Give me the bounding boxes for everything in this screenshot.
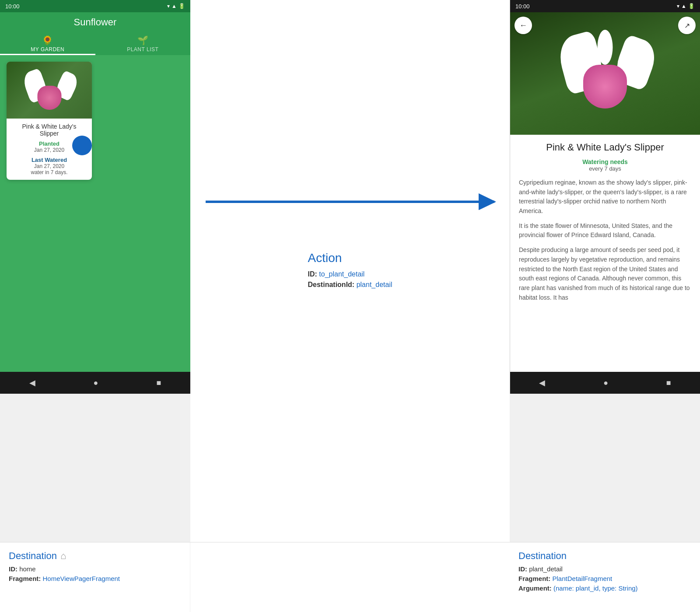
tab-my-garden[interactable]: 🌻 MY GARDEN <box>0 31 95 55</box>
dest-left-id-label: ID: <box>9 565 18 573</box>
detail-plant-name: Pink & White Lady's Slipper <box>519 142 691 153</box>
action-dest-value: plant_detail <box>357 281 392 288</box>
plant-card[interactable]: Pink & White Lady's Slipper Planted Jan … <box>7 62 92 180</box>
dest-left-id-value: home <box>19 565 36 573</box>
flower-illustration-small <box>7 62 92 119</box>
bottom-section: Destination ⌂ ID: home Fragment: HomeVie… <box>0 542 700 612</box>
last-watered-date: Jan 27, 2020 <box>12 163 87 169</box>
flower-shape-large <box>570 34 640 113</box>
water-next: water in 7 days. <box>12 169 87 175</box>
dest-right-id-value: plant_detail <box>529 565 563 573</box>
share-button-right[interactable]: ↗ <box>678 17 696 34</box>
back-button-right[interactable]: ← <box>514 17 532 34</box>
dest-right-argument-value: (name: plant_id, type: String) <box>553 584 638 592</box>
my-garden-label: MY GARDEN <box>31 46 64 52</box>
home-button-nav-right[interactable]: ● <box>596 375 615 391</box>
plant-detail-content: Pink & White Lady's Slipper Watering nee… <box>510 135 700 372</box>
plant-detail-header: ← ↗ <box>510 12 700 135</box>
destination-left: Destination ⌂ ID: home Fragment: HomeVie… <box>0 542 190 612</box>
destination-right: Destination ID: plant_detail Fragment: P… <box>510 542 700 612</box>
dest-left-id-line: ID: home <box>9 565 181 573</box>
dest-middle-spacer <box>190 542 510 612</box>
card-plant-name: Pink & White Lady's Slipper <box>12 123 87 137</box>
wifi-icon-right: ▾ <box>677 3 679 9</box>
action-info-box: Action ID: to_plant_detail DestinationId… <box>308 251 392 291</box>
dest-right-fragment-value: PlantDetailFragment <box>553 575 612 582</box>
dest-right-fragment-label: Fragment: <box>518 575 550 582</box>
status-icons-right: ▾ ▲ 🔋 <box>677 3 695 9</box>
dest-left-fragment-label: Fragment: <box>9 575 41 582</box>
description-para-2: It is the state flower of Minnesota, Uni… <box>519 221 691 240</box>
back-button-nav-right[interactable]: ◀ <box>532 374 552 391</box>
time-left: 10:00 <box>5 3 20 10</box>
battery-icon-right: 🔋 <box>688 3 695 9</box>
tab-plant-list[interactable]: 🌱 PLANT LIST <box>95 31 191 55</box>
tabs-container: 🌻 MY GARDEN 🌱 PLANT LIST <box>0 31 190 55</box>
phone-left: 10:00 ▾ ▲ 🔋 Sunflower 🌻 MY GARDEN 🌱 PLAN… <box>0 0 190 394</box>
interaction-dot <box>72 136 92 155</box>
dest-right-id-line: ID: plant_detail <box>518 565 691 573</box>
watering-freq: every 7 days <box>519 165 691 172</box>
action-title: Action <box>308 251 392 265</box>
action-id-label: ID: <box>308 270 317 278</box>
dest-left-fragment-line: Fragment: HomeViewPagerFragment <box>9 575 181 582</box>
dest-right-id-label: ID: <box>518 565 527 573</box>
recents-button-nav-right[interactable]: ■ <box>659 375 678 391</box>
flower-shape-small <box>32 70 67 110</box>
dest-right-argument-line: Argument: (name: plant_id, type: String) <box>518 584 691 592</box>
recents-button-left[interactable]: ■ <box>150 375 168 391</box>
status-bar-left: 10:00 ▾ ▲ 🔋 <box>0 0 190 12</box>
dest-right-fragment-line: Fragment: PlantDetailFragment <box>518 575 691 582</box>
battery-icon: 🔋 <box>178 3 185 9</box>
pouch-large <box>583 65 627 108</box>
home-button-left[interactable]: ● <box>87 375 105 391</box>
action-dest-line: DestinationId: plant_detail <box>308 281 392 289</box>
nav-bar-right: ◀ ● ■ <box>510 372 700 394</box>
plant-list-label: PLANT LIST <box>127 46 158 52</box>
plant-list-icon: 🌱 <box>137 35 149 45</box>
description-para-3: Despite producing a large amount of seed… <box>519 245 691 302</box>
time-right: 10:00 <box>515 3 530 10</box>
app-header: Sunflower 🌻 MY GARDEN 🌱 PLANT LIST <box>0 12 190 55</box>
plant-card-image <box>7 62 92 119</box>
plant-description: Cypripedium reginae, known as the showy … <box>519 178 691 302</box>
nav-bar-left: ◀ ● ■ <box>0 372 190 394</box>
destination-left-title: Destination ⌂ <box>9 550 181 562</box>
last-watered-label: Last Watered <box>12 157 87 163</box>
destination-right-title: Destination <box>518 550 691 562</box>
app-title: Sunflower <box>0 17 190 31</box>
signal-icon-right: ▲ <box>681 3 686 9</box>
dest-right-argument-label: Argument: <box>518 584 552 592</box>
action-dest-label: DestinationId: <box>308 281 355 288</box>
action-area: Action ID: to_plant_detail DestinationId… <box>190 0 510 542</box>
status-icons-left: ▾ ▲ 🔋 <box>167 3 185 9</box>
action-id-line: ID: to_plant_detail <box>308 270 392 278</box>
signal-icon: ▲ <box>172 3 177 9</box>
description-para-1: Cypripedium reginae, known as the showy … <box>519 178 691 216</box>
phone-right: 10:00 ▾ ▲ 🔋 ← ↗ Pink & White Lady's <box>510 0 700 394</box>
dest-left-fragment-value: HomeViewPagerFragment <box>43 575 120 582</box>
status-bar-right: 10:00 ▾ ▲ 🔋 <box>510 0 700 12</box>
action-id-value: to_plant_detail <box>319 270 364 278</box>
garden-content: Pink & White Lady's Slipper Planted Jan … <box>0 55 190 372</box>
pouch-small <box>37 86 61 110</box>
petal-top-large <box>598 30 613 65</box>
back-button-left[interactable]: ◀ <box>22 374 42 391</box>
wifi-icon: ▾ <box>167 3 170 9</box>
flower-illustration-large <box>510 12 700 135</box>
my-garden-icon: 🌻 <box>42 35 53 45</box>
home-dest-icon: ⌂ <box>60 550 66 562</box>
watering-needs-label: Watering needs <box>519 158 691 165</box>
